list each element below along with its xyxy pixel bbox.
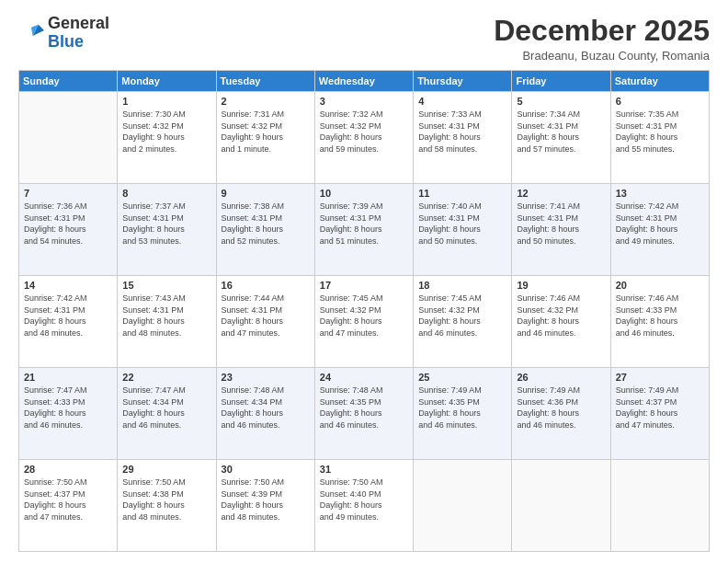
header: General Blue December 2025 Bradeanu, Buz… [18,15,710,63]
day-number: 15 [122,280,210,291]
calendar-cell: 8Sunrise: 7:37 AMSunset: 4:31 PMDaylight… [118,184,216,276]
calendar-cell: 18Sunrise: 7:45 AMSunset: 4:32 PMDayligh… [414,276,512,368]
cell-content: Sunrise: 7:45 AMSunset: 4:32 PMDaylight:… [320,293,408,339]
day-number: 31 [320,464,408,475]
cell-content: Sunrise: 7:33 AMSunset: 4:31 PMDaylight:… [418,109,506,155]
day-number: 29 [122,464,210,475]
logo: General Blue [18,15,109,52]
calendar-week-3: 14Sunrise: 7:42 AMSunset: 4:31 PMDayligh… [19,276,710,368]
day-number: 6 [616,96,704,107]
calendar-week-2: 7Sunrise: 7:36 AMSunset: 4:31 PMDaylight… [19,184,710,276]
day-number: 30 [222,464,310,475]
header-row: SundayMondayTuesdayWednesdayThursdayFrid… [19,71,710,92]
day-number: 28 [24,464,112,475]
calendar-cell: 31Sunrise: 7:50 AMSunset: 4:40 PMDayligh… [314,460,413,552]
cell-content: Sunrise: 7:40 AMSunset: 4:31 PMDaylight:… [418,201,506,247]
day-header-saturday: Saturday [610,71,709,92]
cell-content: Sunrise: 7:49 AMSunset: 4:36 PMDaylight:… [517,385,605,431]
calendar-cell [19,92,118,184]
cell-content: Sunrise: 7:30 AMSunset: 4:32 PMDaylight:… [122,109,210,155]
cell-content: Sunrise: 7:49 AMSunset: 4:37 PMDaylight:… [616,385,704,431]
cell-content: Sunrise: 7:48 AMSunset: 4:35 PMDaylight:… [320,385,408,431]
day-number: 17 [320,280,408,291]
calendar-cell: 9Sunrise: 7:38 AMSunset: 4:31 PMDaylight… [216,184,314,276]
calendar-cell: 15Sunrise: 7:43 AMSunset: 4:31 PMDayligh… [118,276,216,368]
day-number: 27 [616,372,704,383]
cell-content: Sunrise: 7:48 AMSunset: 4:34 PMDaylight:… [222,385,310,431]
cell-content: Sunrise: 7:38 AMSunset: 4:31 PMDaylight:… [222,201,310,247]
day-number: 23 [222,372,310,383]
cell-content: Sunrise: 7:44 AMSunset: 4:31 PMDaylight:… [222,293,310,339]
calendar-cell: 17Sunrise: 7:45 AMSunset: 4:32 PMDayligh… [314,276,413,368]
cell-content: Sunrise: 7:43 AMSunset: 4:31 PMDaylight:… [122,293,210,339]
calendar-cell: 6Sunrise: 7:35 AMSunset: 4:31 PMDaylight… [610,92,709,184]
day-number: 12 [517,188,605,199]
day-header-wednesday: Wednesday [314,71,413,92]
cell-content: Sunrise: 7:37 AMSunset: 4:31 PMDaylight:… [122,201,210,247]
day-header-sunday: Sunday [19,71,118,92]
cell-content: Sunrise: 7:49 AMSunset: 4:35 PMDaylight:… [418,385,506,431]
calendar-cell [512,460,610,552]
calendar-cell: 12Sunrise: 7:41 AMSunset: 4:31 PMDayligh… [512,184,610,276]
page: General Blue December 2025 Bradeanu, Buz… [0,0,728,563]
calendar-cell: 23Sunrise: 7:48 AMSunset: 4:34 PMDayligh… [216,368,314,460]
day-number: 8 [122,188,210,199]
cell-content: Sunrise: 7:41 AMSunset: 4:31 PMDaylight:… [517,201,605,247]
calendar-cell: 22Sunrise: 7:47 AMSunset: 4:34 PMDayligh… [118,368,216,460]
cell-content: Sunrise: 7:50 AMSunset: 4:40 PMDaylight:… [320,477,408,523]
calendar-cell: 20Sunrise: 7:46 AMSunset: 4:33 PMDayligh… [610,276,709,368]
day-number: 24 [320,372,408,383]
day-header-thursday: Thursday [414,71,512,92]
logo-general-text: General [48,14,109,32]
calendar-cell: 30Sunrise: 7:50 AMSunset: 4:39 PMDayligh… [216,460,314,552]
calendar-cell: 25Sunrise: 7:49 AMSunset: 4:35 PMDayligh… [414,368,512,460]
calendar-cell: 16Sunrise: 7:44 AMSunset: 4:31 PMDayligh… [216,276,314,368]
day-number: 21 [24,372,112,383]
day-number: 20 [616,280,704,291]
cell-content: Sunrise: 7:42 AMSunset: 4:31 PMDaylight:… [616,201,704,247]
day-number: 7 [24,188,112,199]
day-number: 18 [418,280,506,291]
cell-content: Sunrise: 7:46 AMSunset: 4:32 PMDaylight:… [517,293,605,339]
day-number: 26 [517,372,605,383]
day-header-monday: Monday [118,71,216,92]
cell-content: Sunrise: 7:47 AMSunset: 4:34 PMDaylight:… [122,385,210,431]
calendar-table: SundayMondayTuesdayWednesdayThursdayFrid… [18,70,710,552]
logo-blue-text: Blue [48,32,84,51]
day-number: 16 [222,280,310,291]
cell-content: Sunrise: 7:50 AMSunset: 4:37 PMDaylight:… [24,477,112,523]
cell-content: Sunrise: 7:46 AMSunset: 4:33 PMDaylight:… [616,293,704,339]
calendar-week-5: 28Sunrise: 7:50 AMSunset: 4:37 PMDayligh… [19,460,710,552]
day-number: 19 [517,280,605,291]
calendar-cell: 28Sunrise: 7:50 AMSunset: 4:37 PMDayligh… [19,460,118,552]
calendar-cell: 1Sunrise: 7:30 AMSunset: 4:32 PMDaylight… [118,92,216,184]
calendar-cell: 3Sunrise: 7:32 AMSunset: 4:32 PMDaylight… [314,92,413,184]
day-number: 5 [517,96,605,107]
cell-content: Sunrise: 7:45 AMSunset: 4:32 PMDaylight:… [418,293,506,339]
calendar-week-4: 21Sunrise: 7:47 AMSunset: 4:33 PMDayligh… [19,368,710,460]
day-number: 1 [122,96,210,107]
day-number: 13 [616,188,704,199]
calendar-cell: 19Sunrise: 7:46 AMSunset: 4:32 PMDayligh… [512,276,610,368]
day-number: 11 [418,188,506,199]
logo-icon [18,20,44,46]
calendar-cell: 5Sunrise: 7:34 AMSunset: 4:31 PMDaylight… [512,92,610,184]
calendar-cell: 24Sunrise: 7:48 AMSunset: 4:35 PMDayligh… [314,368,413,460]
calendar-cell: 2Sunrise: 7:31 AMSunset: 4:32 PMDaylight… [216,92,314,184]
cell-content: Sunrise: 7:50 AMSunset: 4:39 PMDaylight:… [222,477,310,523]
calendar-cell [414,460,512,552]
cell-content: Sunrise: 7:42 AMSunset: 4:31 PMDaylight:… [24,293,112,339]
day-number: 9 [222,188,310,199]
month-title: December 2025 [494,15,710,47]
calendar-cell: 27Sunrise: 7:49 AMSunset: 4:37 PMDayligh… [610,368,709,460]
cell-content: Sunrise: 7:47 AMSunset: 4:33 PMDaylight:… [24,385,112,431]
calendar-cell: 29Sunrise: 7:50 AMSunset: 4:38 PMDayligh… [118,460,216,552]
location: Bradeanu, Buzau County, Romania [494,49,710,63]
cell-content: Sunrise: 7:35 AMSunset: 4:31 PMDaylight:… [616,109,704,155]
day-number: 3 [320,96,408,107]
calendar-cell: 21Sunrise: 7:47 AMSunset: 4:33 PMDayligh… [19,368,118,460]
cell-content: Sunrise: 7:36 AMSunset: 4:31 PMDaylight:… [24,201,112,247]
cell-content: Sunrise: 7:50 AMSunset: 4:38 PMDaylight:… [122,477,210,523]
day-number: 22 [122,372,210,383]
cell-content: Sunrise: 7:39 AMSunset: 4:31 PMDaylight:… [320,201,408,247]
